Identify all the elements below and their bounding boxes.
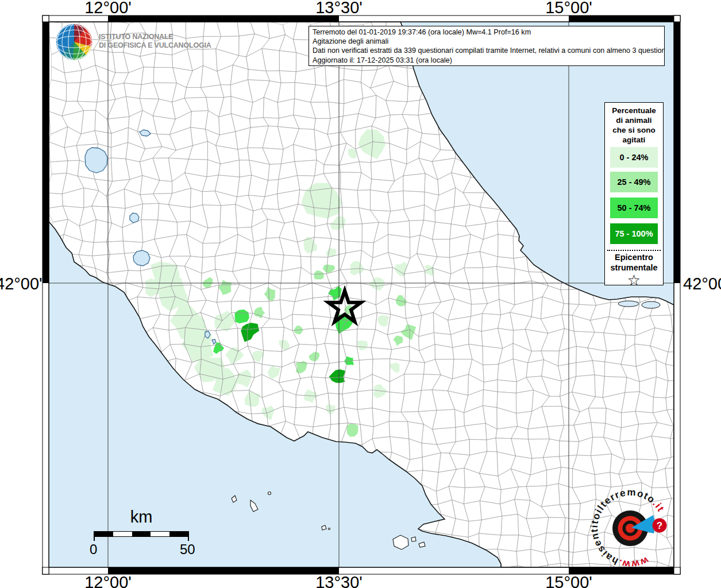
scale-unit-label: km xyxy=(94,508,189,526)
lon-label-bottom-1330: 13°30' xyxy=(293,573,385,588)
legend-epicenter-label: Epicentro xyxy=(605,252,663,262)
lon-label-bottom-15: 15°00' xyxy=(523,573,615,588)
legend-swatch-0-24: 0 - 24% xyxy=(610,147,658,168)
lon-label-top-15: 15°00' xyxy=(523,0,615,17)
scale-bar-segments xyxy=(94,531,189,537)
macroseismic-map-page: 12°00' 13°30' 15°00' 12°00' 13°30' 15°00… xyxy=(0,0,721,588)
scale-bar: km 0 50 xyxy=(94,508,189,541)
lon-label-top-12: 12°00' xyxy=(62,0,154,17)
lon-label-bottom-12: 12°00' xyxy=(62,573,154,588)
info-line-event: Terremoto del 01-01-2019 19:37:46 (ora l… xyxy=(313,28,661,37)
legend-divider xyxy=(607,250,661,251)
ingv-logo: ISTITUTO NAZIONALE DI GEOFISICA E VULCAN… xyxy=(55,23,211,61)
lake-bracciano xyxy=(133,250,150,266)
hsit-question-mark: ? xyxy=(657,520,662,531)
legend-swatch-75-100: 75 - 100% xyxy=(610,223,658,244)
hsit-logo: ? www.haisentitoilterremoto.it xyxy=(589,485,675,571)
info-line-updated: Aggiornato il: 17-12-2025 03:31 (ora loc… xyxy=(313,56,661,65)
lat-label-left: 42°00' xyxy=(0,274,39,293)
lake-bolsena xyxy=(85,148,107,173)
legend-swatch-50-74: 50 - 74% xyxy=(610,198,658,218)
legend: Percentuale di animali che si sono agita… xyxy=(604,102,664,285)
legend-swatch-25-49: 25 - 49% xyxy=(610,172,658,192)
info-line-source: Dati non verificati estratti da 339 ques… xyxy=(313,46,661,55)
ingv-globe-icon xyxy=(55,23,93,61)
ingv-name-line1: ISTITUTO NAZIONALE xyxy=(99,33,211,41)
info-line-subject: Agitazione degli animali xyxy=(313,37,661,46)
lon-label-top-1330: 13°30' xyxy=(293,0,385,17)
ingv-name-line2: DI GEOFISICA E VULCANOLOGIA xyxy=(99,41,211,50)
earthquake-info-box: Terremoto del 01-01-2019 19:37:46 (ora l… xyxy=(309,26,665,66)
lat-label-right: 42°00' xyxy=(683,274,721,293)
scale-start-label: 0 xyxy=(90,541,97,558)
scale-end-label: 50 xyxy=(180,541,195,558)
legend-title: Percentuale xyxy=(605,106,663,115)
legend-star-icon: ☆ xyxy=(605,273,663,285)
lake-vico xyxy=(130,213,139,223)
